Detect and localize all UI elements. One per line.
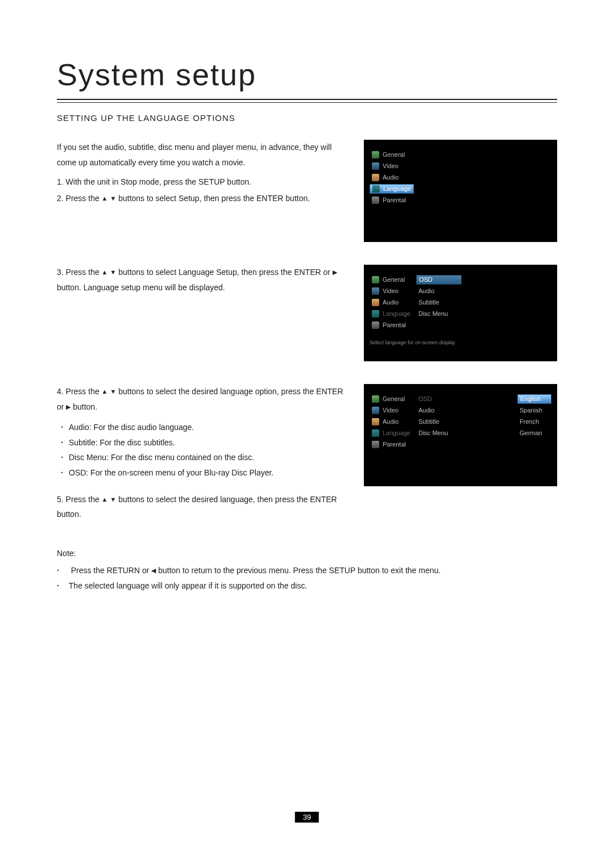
intro-paragraph: If you set the audio, subtitle, disc men… bbox=[57, 140, 347, 170]
general-icon bbox=[372, 151, 379, 158]
osd2-left-audio: Audio bbox=[370, 298, 413, 307]
parental-icon bbox=[372, 322, 379, 329]
triangle-up-icon bbox=[102, 389, 108, 395]
note-label: Note: bbox=[57, 546, 557, 561]
step-2-text-b: buttons to select Setup, then press the … bbox=[118, 194, 310, 203]
language-icon bbox=[372, 185, 380, 193]
osd3-sub-subtitle: Subtitle bbox=[416, 417, 462, 427]
osd3-lang-german: German bbox=[517, 428, 551, 438]
manual-page: System setup SETTING UP THE LANGUAGE OPT… bbox=[0, 0, 614, 594]
triangle-left-icon bbox=[151, 567, 156, 574]
page-number: 39 bbox=[295, 812, 319, 823]
language-icon bbox=[372, 310, 379, 318]
triangle-right-icon bbox=[66, 404, 70, 410]
page-title: System setup bbox=[57, 57, 557, 92]
language-icon bbox=[372, 429, 379, 437]
osd2-left-video: Video bbox=[370, 286, 413, 296]
general-icon bbox=[372, 395, 379, 403]
video-icon bbox=[372, 407, 379, 414]
osd1-item-video: Video bbox=[370, 161, 414, 171]
osd2-sub-subtitle: Subtitle bbox=[416, 298, 462, 307]
parental-icon bbox=[372, 441, 379, 448]
osd3-lang-english-selected: English bbox=[517, 394, 551, 404]
step-5: Press the buttons to select the desired … bbox=[57, 492, 347, 522]
video-icon bbox=[372, 287, 379, 295]
row-step-3: Press the buttons to select Language Set… bbox=[57, 265, 557, 361]
step-4-options: Audio: For the disc audio language. Subt… bbox=[57, 420, 347, 480]
osd3-lang-french: French bbox=[517, 417, 551, 427]
osd3-left-parental: Parental bbox=[370, 440, 413, 449]
step-list-4: Press the buttons to select the desired … bbox=[57, 384, 347, 481]
triangle-up-icon bbox=[102, 269, 108, 276]
title-rule bbox=[57, 99, 557, 103]
triangle-down-icon bbox=[110, 389, 116, 395]
opt-osd: OSD: For the on-screen menu of your Blu-… bbox=[69, 465, 347, 481]
triangle-up-icon bbox=[102, 195, 108, 202]
osd1-item-audio: Audio bbox=[370, 173, 414, 182]
osd-screenshot-3: General Video Audio Language Parental OS… bbox=[364, 384, 557, 486]
step-5-text-a: Press the bbox=[66, 495, 102, 504]
section-heading: SETTING UP THE LANGUAGE OPTIONS bbox=[57, 113, 557, 123]
osd1-item-parental: Parental bbox=[370, 195, 414, 205]
osd2-help-text: Select language for on-screen display bbox=[370, 338, 551, 348]
note-1-text-a: Press the RETURN or bbox=[71, 566, 152, 575]
step-4-text-c: button. bbox=[73, 402, 97, 411]
note-2: The selected language will only appear i… bbox=[57, 578, 557, 594]
osd3-left-audio: Audio bbox=[370, 417, 413, 427]
step-1: With the unit in Stop mode, press the SE… bbox=[57, 174, 347, 190]
step-4-text-a: Press the bbox=[66, 387, 102, 396]
step-list-3: Press the buttons to select Language Set… bbox=[57, 265, 347, 295]
osd3-sub-discmenu: Disc Menu bbox=[416, 428, 462, 438]
row-step-4: Press the buttons to select the desired … bbox=[57, 384, 557, 523]
step-3-text-b: buttons to select Language Setup, then p… bbox=[118, 268, 333, 277]
step-list-5: Press the buttons to select the desired … bbox=[57, 492, 347, 522]
opt-discmenu: Disc Menu: For the disc menu contained o… bbox=[69, 450, 347, 465]
step-4: Press the buttons to select the desired … bbox=[57, 384, 347, 481]
step-3: Press the buttons to select Language Set… bbox=[57, 265, 347, 295]
osd3-sub-audio: Audio bbox=[416, 406, 462, 415]
opt-subtitle: Subtitle: For the disc subtitles. bbox=[69, 435, 347, 450]
row-step-1-2: If you set the audio, subtitle, disc men… bbox=[57, 140, 557, 242]
note-section: Note: Press the RETURN or button to retu… bbox=[57, 546, 557, 594]
audio-icon bbox=[372, 299, 379, 306]
triangle-down-icon bbox=[110, 195, 116, 202]
osd1-item-general: General bbox=[370, 150, 414, 160]
opt-audio: Audio: For the disc audio language. bbox=[69, 420, 347, 435]
triangle-right-icon bbox=[333, 269, 337, 276]
osd1-item-language-selected: Language bbox=[370, 184, 414, 194]
osd3-lang-spanish: Spanish bbox=[517, 406, 551, 415]
osd-screenshot-2: General Video Audio Language Parental OS… bbox=[364, 265, 557, 361]
osd3-sub-osd: OSD bbox=[416, 394, 462, 404]
video-icon bbox=[372, 162, 379, 170]
osd2-sub-osd-selected: OSD bbox=[416, 275, 462, 285]
step-3-text-a: Press the bbox=[66, 268, 102, 277]
step-list-1: With the unit in Stop mode, press the SE… bbox=[57, 174, 347, 206]
step-2: Press the buttons to select Setup, then … bbox=[57, 191, 347, 206]
step-2-text-a: Press the bbox=[66, 194, 102, 203]
note-1-text-b: button to return to the previous menu. P… bbox=[158, 566, 441, 575]
osd3-left-general: General bbox=[370, 394, 413, 404]
step-3-text-c: button. Language setup menu will be disp… bbox=[57, 283, 225, 292]
triangle-down-icon bbox=[110, 269, 116, 276]
parental-icon bbox=[372, 197, 379, 204]
osd3-left-video: Video bbox=[370, 406, 413, 415]
osd3-left-language: Language bbox=[370, 428, 413, 438]
osd2-sub-audio: Audio bbox=[416, 286, 462, 296]
general-icon bbox=[372, 276, 379, 283]
osd2-left-general: General bbox=[370, 275, 413, 285]
audio-icon bbox=[372, 174, 379, 181]
osd2-left-parental: Parental bbox=[370, 320, 413, 330]
triangle-up-icon bbox=[102, 496, 108, 503]
osd2-sub-discmenu: Disc Menu bbox=[416, 309, 462, 319]
osd2-left-language: Language bbox=[370, 309, 413, 319]
triangle-down-icon bbox=[110, 496, 116, 503]
audio-icon bbox=[372, 418, 379, 425]
osd-screenshot-1: General Video Audio Language Parental bbox=[364, 140, 557, 242]
note-1: Press the RETURN or button to return to … bbox=[57, 563, 557, 578]
